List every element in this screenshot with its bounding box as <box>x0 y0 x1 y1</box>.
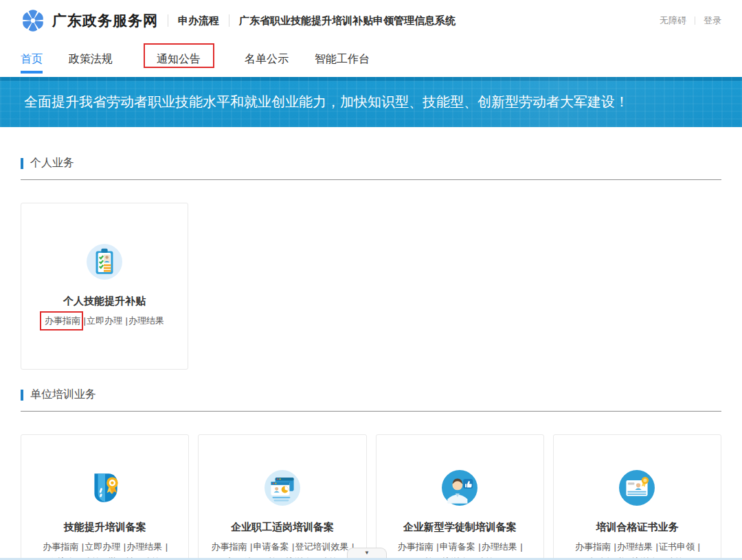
banner-slogan: 全面提升我省劳动者职业技能水平和就业创业能力，加快知识型、技能型、创新型劳动者大… <box>24 93 629 111</box>
card-links: 办事指南 |立即办理 |办理结果 <box>21 313 188 328</box>
card-link[interactable]: 办事指南 <box>45 313 80 328</box>
accessibility-link[interactable]: 无障碍 <box>660 14 686 27</box>
section-marker-bar <box>21 158 23 169</box>
system-title: 广东省职业技能提升培训补贴申领管理信息系统 <box>239 14 456 27</box>
login-link[interactable]: 登录 <box>704 14 721 27</box>
section-marker-bar <box>21 390 23 401</box>
header-divider <box>695 16 695 25</box>
nav-tab-home-label: 首页 <box>21 52 43 67</box>
card-title: 企业职工适岗培训备案 <box>199 521 366 534</box>
card-links: 办事指南 |立即办理 |办理结果 |在培人员查询 |学员情况查询 <box>21 539 188 560</box>
section-personal-business: 个人业务个人技能提升补贴办事指南 |立即办理 |办理结果 <box>21 156 721 370</box>
main-content: 个人业务个人技能提升补贴办事指南 |立即办理 |办理结果单位培训业务技能提升培训… <box>0 156 742 560</box>
card-link[interactable]: 办事指南 <box>398 539 434 555</box>
hero-banner: 全面提升我省劳动者职业技能水平和就业创业能力，加快知识型、技能型、创新型劳动者大… <box>0 77 742 127</box>
browser-analytics-icon <box>264 469 301 506</box>
card-links: 办事指南 |办理结果 |证书申领 |打印证书 |培训人员查询 <box>554 539 721 560</box>
site-title: 广东政务服务网 <box>52 11 158 30</box>
card-employee-adaptation-training-filing: 企业职工适岗培训备案办事指南 |申请备案 |登记培训效果 |办理结果 |单位培训… <box>198 434 366 560</box>
section-divider <box>21 179 721 180</box>
card-skill-training-filing: 技能提升培训备案办事指南 |立即办理 |办理结果 |在培人员查询 |学员情况查询 <box>21 434 189 560</box>
clipboard-checklist-icon <box>86 243 123 280</box>
card-link[interactable]: 办理结果 <box>617 539 653 555</box>
nav-tab-public-lists[interactable]: 名单公示 <box>245 41 289 77</box>
card-link[interactable]: 办理结果 <box>128 313 164 328</box>
nav-tab-smart-workbench-label: 智能工作台 <box>315 52 370 67</box>
book-medal-icon <box>87 469 124 506</box>
nav-tab-public-lists-label: 名单公示 <box>245 52 289 67</box>
nav-tab-notices[interactable]: 通知公告 <box>157 41 201 77</box>
card-link[interactable]: 办事指南 <box>575 539 611 555</box>
nav-tab-notices-label: 通知公告 <box>157 52 201 67</box>
nav-tab-smart-workbench[interactable]: 智能工作台 <box>315 41 370 77</box>
section-unit-training-business: 单位培训业务技能提升培训备案办事指南 |立即办理 |办理结果 |在培人员查询 |… <box>21 388 721 560</box>
card-link[interactable]: 立即办理 <box>85 539 120 555</box>
certificate-medal-icon <box>618 469 655 506</box>
nav-tab-home[interactable]: 首页 <box>21 41 43 77</box>
main-nav: 首页政策法规通知公告名单公示智能工作台 <box>0 41 742 77</box>
section-divider <box>21 411 721 412</box>
card-new-apprenticeship-training-filing: 企业新型学徒制培训备案办事指南 |申请备案 |办理结果 |单位培训人员查询 <box>376 434 544 560</box>
scroll-down-indicator[interactable]: ▼ <box>347 548 387 558</box>
card-personal-skill-subsidy: 个人技能提升补贴办事指南 |立即办理 |办理结果 <box>21 203 188 370</box>
card-title: 个人技能提升补贴 <box>21 295 188 308</box>
card-link[interactable]: 办事指南 <box>211 539 247 555</box>
header-divider <box>229 14 229 27</box>
apply-process-link[interactable]: 申办流程 <box>178 14 219 27</box>
card-link[interactable]: 办事指南 <box>43 539 78 555</box>
active-tab-underline <box>21 71 43 74</box>
nav-tab-policy[interactable]: 政策法规 <box>69 41 113 77</box>
card-link[interactable]: 申请备案 <box>253 539 289 555</box>
card-training-certificate-business: 培训合格证书业务办事指南 |办理结果 |证书申领 |打印证书 |培训人员查询 <box>553 434 721 560</box>
card-link[interactable]: 申请备案 <box>440 539 475 555</box>
nav-tab-policy-label: 政策法规 <box>69 52 113 67</box>
card-title: 企业新型学徒制培训备案 <box>376 521 543 534</box>
card-title: 技能提升培训备案 <box>21 521 188 534</box>
section-unit-training-business-title: 单位培训业务 <box>30 388 96 402</box>
card-link[interactable]: 办理结果 <box>482 539 517 555</box>
card-title: 培训合格证书业务 <box>554 521 721 534</box>
card-link[interactable]: 立即办理 <box>87 313 122 328</box>
card-link[interactable]: 证书申领 <box>659 539 695 555</box>
header-divider <box>168 14 168 27</box>
section-personal-business-title: 个人业务 <box>30 156 74 170</box>
card-link[interactable]: 办理结果 <box>126 539 162 555</box>
app-header: 广东政务服务网 申办流程 广东省职业技能提升培训补贴申领管理信息系统 无障碍 登… <box>0 0 742 41</box>
card-links: 办事指南 |申请备案 |办理结果 |单位培训人员查询 <box>376 539 543 560</box>
person-thumbs-up-icon <box>441 469 478 506</box>
chevron-down-icon: ▼ <box>364 550 370 556</box>
card-links: 办事指南 |申请备案 |登记培训效果 |办理结果 |单位培训人员查询 <box>199 539 366 560</box>
gov-services-logo-icon <box>21 8 45 33</box>
card-link[interactable]: 登记培训效果 <box>295 539 348 555</box>
